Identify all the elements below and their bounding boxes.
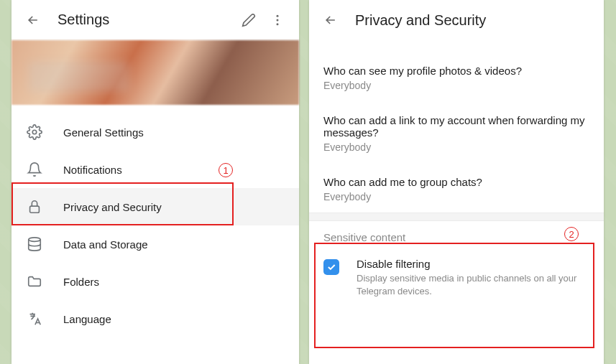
settings-item-label: Notifications (63, 164, 122, 176)
privacy-item-photos[interactable]: Who can see my profile photos & videos? … (309, 55, 604, 101)
svg-point-0 (277, 14, 279, 17)
language-icon (26, 310, 43, 327)
check-icon (326, 262, 336, 272)
settings-list: General Settings Notifications Privacy a… (12, 105, 299, 346)
privacy-item-value: Everybody (323, 141, 589, 153)
section-divider (309, 213, 604, 221)
filter-text-block: Disable filtering Display sensitive medi… (357, 258, 589, 297)
settings-item-label: Language (63, 313, 111, 325)
lock-icon (26, 198, 43, 215)
folder-icon (26, 273, 43, 290)
bell-icon (26, 161, 43, 178)
settings-item-notifications[interactable]: Notifications (12, 151, 299, 188)
svg-point-1 (277, 19, 279, 21)
settings-title: Settings (58, 11, 234, 28)
settings-panel: Settings General Settings Notifications … (12, 0, 299, 364)
arrow-left-icon (26, 13, 40, 27)
settings-item-privacy[interactable]: Privacy and Security (12, 188, 299, 225)
disable-filtering-checkbox[interactable] (323, 259, 339, 275)
disable-filtering-row[interactable]: Disable filtering Display sensitive medi… (309, 251, 604, 309)
arrow-left-icon (323, 13, 338, 27)
privacy-item-value: Everybody (323, 80, 589, 91)
pencil-icon (242, 13, 256, 27)
privacy-item-title: Who can add me to group chats? (323, 176, 589, 188)
more-button[interactable] (263, 6, 292, 34)
privacy-item-forward[interactable]: Who can add a link to my account when fo… (309, 101, 604, 166)
settings-item-label: Privacy and Security (63, 201, 162, 213)
settings-item-folders[interactable]: Folders (12, 263, 299, 300)
settings-item-language[interactable]: Language (12, 300, 299, 337)
edit-button[interactable] (234, 6, 263, 34)
privacy-item-groups[interactable]: Who can add me to group chats? Everybody (309, 166, 604, 213)
database-icon (26, 235, 43, 253)
back-button[interactable] (316, 6, 345, 34)
settings-header: Settings (12, 0, 299, 40)
filter-title: Disable filtering (357, 258, 589, 270)
svg-point-5 (29, 238, 41, 242)
privacy-header: Privacy and Security (309, 0, 604, 40)
dots-vertical-icon (270, 13, 285, 27)
sensitive-header: Sensitive content (309, 221, 604, 251)
back-button[interactable] (19, 6, 47, 34)
svg-rect-4 (30, 206, 40, 213)
privacy-item-title: Who can see my profile photos & videos? (323, 65, 589, 77)
spacer (309, 40, 604, 55)
filter-desc: Display sensitive media in public channe… (357, 272, 589, 297)
settings-item-label: General Settings (63, 126, 144, 139)
profile-name-blurred (29, 62, 129, 92)
privacy-item-value: Everybody (323, 191, 589, 202)
settings-item-general[interactable]: General Settings (12, 113, 299, 151)
svg-point-3 (32, 130, 37, 134)
settings-item-label: Folders (63, 276, 99, 288)
settings-item-label: Data and Storage (63, 238, 148, 251)
gear-icon (26, 123, 43, 141)
privacy-title: Privacy and Security (355, 12, 597, 29)
profile-banner[interactable] (12, 40, 299, 105)
privacy-item-title: Who can add a link to my account when fo… (323, 114, 589, 139)
settings-item-data[interactable]: Data and Storage (12, 225, 299, 263)
svg-point-2 (277, 23, 279, 25)
privacy-panel: Privacy and Security Who can see my prof… (309, 0, 604, 364)
